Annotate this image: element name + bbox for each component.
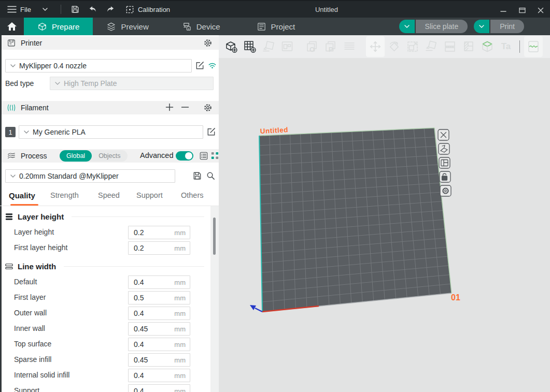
support-paint-button[interactable] <box>459 36 478 57</box>
add-model-icon <box>224 40 238 53</box>
tab-device[interactable]: Device <box>168 18 234 35</box>
lock-plate-button[interactable] <box>440 171 450 182</box>
printer-icon <box>7 38 16 48</box>
setting-row: Support 0.4 mm <box>0 384 219 392</box>
layer-height-input[interactable]: 0.2 mm <box>128 226 190 239</box>
cut-tool-button[interactable] <box>441 36 459 57</box>
search-settings-button[interactable] <box>205 171 216 181</box>
edit-icon <box>206 127 216 137</box>
gear-icon <box>203 38 213 48</box>
scope-objects-button[interactable]: Objects <box>92 150 127 162</box>
print-dropdown-button[interactable] <box>474 20 489 33</box>
tab-prepare[interactable]: Prepare <box>24 18 93 35</box>
default-line-width-input[interactable]: 0.4 mm <box>128 275 190 289</box>
print-button[interactable]: Print <box>490 20 524 33</box>
process-scope-toggle: Global Objects <box>60 150 128 162</box>
assembly-view-button[interactable] <box>340 36 359 57</box>
slice-plate-button[interactable]: Slice plate <box>416 20 468 33</box>
filament-preset-dropdown[interactable]: My Generic PLA <box>19 125 203 139</box>
filament-settings-button[interactable] <box>203 103 213 112</box>
add-plate-button[interactable] <box>241 36 259 57</box>
bed-type-dropdown[interactable]: High Temp Plate <box>50 77 214 90</box>
redo-icon <box>106 5 115 13</box>
auto-orient-icon <box>262 40 275 53</box>
sparse-infill-line-width-input[interactable]: 0.45 mm <box>128 353 190 367</box>
parameter-table-button[interactable] <box>199 151 208 161</box>
variable-layer-height-button[interactable] <box>478 36 497 57</box>
tab-others[interactable]: Others <box>181 191 204 199</box>
tab-speed[interactable]: Speed <box>98 191 120 199</box>
edit-icon <box>195 61 205 70</box>
rotate-tool-button[interactable] <box>385 36 403 57</box>
tab-support[interactable]: Support <box>136 191 163 199</box>
printer-preset-dropdown[interactable]: MyKlipper 0.4 nozzle <box>5 59 192 72</box>
minimize-button[interactable] <box>494 2 513 19</box>
plate-settings-button[interactable] <box>440 185 451 196</box>
printer-section-title: Printer <box>21 39 42 47</box>
scope-global-button[interactable]: Global <box>60 150 92 162</box>
lay-on-face-button[interactable] <box>422 36 441 57</box>
remove-filament-button[interactable] <box>180 103 190 112</box>
split-to-objects-button[interactable]: O <box>303 36 321 57</box>
close-button[interactable] <box>531 2 550 19</box>
file-menu-button[interactable]: File <box>0 1 55 18</box>
undo-button[interactable] <box>84 2 102 17</box>
arrange-icon <box>280 40 294 53</box>
slice-plate-dropdown-button[interactable] <box>399 20 415 33</box>
arrange-plate-button[interactable] <box>439 157 450 168</box>
device-icon <box>182 22 192 32</box>
first-layer-line-width-input[interactable]: 0.5 mm <box>128 291 190 304</box>
tab-strength[interactable]: Strength <box>50 191 79 199</box>
edit-printer-button[interactable] <box>194 61 205 71</box>
top-surface-line-width-input[interactable]: 0.4 mm <box>128 338 190 351</box>
first-layer-height-input[interactable]: 0.2 mm <box>128 241 190 255</box>
tab-project[interactable]: Project <box>243 18 309 35</box>
minus-icon <box>181 103 189 111</box>
support-line-width-input[interactable]: 0.4 mm <box>128 384 190 392</box>
scale-tool-button[interactable] <box>403 36 422 57</box>
printer-connection-button[interactable] <box>207 61 217 71</box>
redo-button[interactable] <box>102 2 119 17</box>
add-filament-button[interactable] <box>165 103 174 112</box>
parameter-list-icon <box>199 151 208 161</box>
slice-plate-split-button: Slice plate <box>399 20 468 33</box>
delete-plate-button[interactable] <box>438 129 449 140</box>
text-tool-button[interactable]: Ta <box>497 36 515 57</box>
edit-filament-button[interactable] <box>206 127 216 137</box>
chevron-down-icon <box>404 24 410 29</box>
plate-name-label[interactable]: Untitled <box>260 126 288 135</box>
internal-solid-infill-line-width-input[interactable]: 0.4 mm <box>128 369 190 382</box>
arrange-button[interactable] <box>278 36 297 57</box>
fuzzy-skin-button[interactable] <box>524 36 543 57</box>
chevron-down-icon <box>23 129 30 135</box>
advanced-toggle[interactable] <box>176 151 193 161</box>
scrollbar-track[interactable] <box>210 206 219 392</box>
setting-row: Top surface 0.4 mm <box>0 338 219 351</box>
build-plate[interactable] <box>259 128 452 312</box>
outer-wall-line-width-input[interactable]: 0.4 mm <box>128 307 190 320</box>
tab-quality[interactable]: Quality <box>9 191 35 200</box>
filament-slot-badge: 1 <box>5 127 16 137</box>
orient-plate-button[interactable] <box>439 143 449 154</box>
home-button[interactable] <box>0 18 24 35</box>
printer-section-header: Printer <box>2 36 219 50</box>
process-preset-dropdown[interactable]: 0.20mm Standard @MyKlipper <box>5 169 175 183</box>
auto-orient-button[interactable] <box>259 36 278 57</box>
inner-wall-line-width-input[interactable]: 0.45 mm <box>128 322 190 336</box>
printer-settings-button[interactable] <box>203 38 213 48</box>
tab-project-label: Project <box>271 22 295 31</box>
maximize-button[interactable] <box>513 2 531 19</box>
line-width-icon <box>4 262 14 271</box>
scrollbar-thumb[interactable] <box>213 217 216 255</box>
save-button[interactable] <box>66 2 84 17</box>
viewport-3d[interactable]: Untitled 01 <box>219 35 550 392</box>
tab-preview[interactable]: Preview <box>93 18 162 35</box>
calibration-button[interactable]: Calibration <box>125 5 170 14</box>
add-model-button[interactable] <box>222 36 241 57</box>
compare-presets-button[interactable] <box>210 151 219 161</box>
split-to-parts-button[interactable]: P <box>321 36 340 57</box>
move-tool-button[interactable] <box>366 36 385 57</box>
layer-height-section-header: Layer height <box>4 210 219 223</box>
main-tabbar: Prepare Preview Device Project <box>0 18 550 35</box>
save-preset-button[interactable] <box>192 171 202 181</box>
